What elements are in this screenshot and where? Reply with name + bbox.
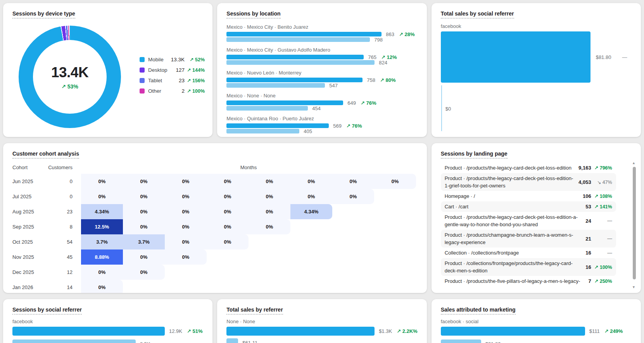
cohort-customers-value: 8 <box>40 219 73 234</box>
current-period-bar <box>441 31 590 83</box>
bar-chart: None · None$1.3K↗ 2.2K%$61.11 <box>226 319 417 343</box>
cohort-cell: 0% <box>165 189 207 204</box>
legend-value: 23 <box>179 78 185 83</box>
landing-page-value: 24 <box>585 218 591 224</box>
scroll-down-icon[interactable]: ▼ <box>632 285 635 289</box>
landing-page-label: Product · /products/the-legacy-card-deck… <box>445 213 586 228</box>
landing-page-row: Product · /products/the-legacy-card-deck… <box>441 173 616 191</box>
previous-period-bar <box>226 60 375 65</box>
card-total-sales-social-referrer: Total sales by social referrer facebook … <box>432 3 641 137</box>
legend-item: Mobile13.3K↗ 52% <box>140 54 205 65</box>
cohort-cells: 0%0% <box>81 265 165 280</box>
cohort-cell: 0% <box>207 219 249 234</box>
location-row: Mexico · Nuevo León · Monterrey758↗ 80%5… <box>226 70 417 88</box>
previous-bar-row: $31.80 <box>441 340 632 343</box>
cohort-cell: 0% <box>123 265 165 280</box>
previous-bar-value: 454 <box>312 106 321 111</box>
cohort-cell: 0% <box>332 189 374 204</box>
landing-page-label: Product · /products/champagne-brunch-lea… <box>445 231 586 246</box>
card-title-cohort[interactable]: Customer cohort analysis <box>12 151 79 159</box>
donut-total-change: ↗ 53% <box>61 83 78 90</box>
card-sessions-by-landing-page: Sessions by landing page Product · /prod… <box>432 143 641 293</box>
landing-page-label: Product · /products/the-legacy-card-deck… <box>445 164 578 172</box>
bar-value: 765 <box>368 54 376 60</box>
bar-change: ↗ 2.2K% <box>397 328 418 334</box>
landing-page-value: 53 <box>585 204 591 210</box>
card-title-social-sessions[interactable]: Sessions by social referrer <box>12 307 82 315</box>
card-title-referrer-sales[interactable]: Total sales by referrer <box>226 307 283 315</box>
legend-value: 13.3K <box>171 57 185 62</box>
cohort-table-header: Cohort Customers Months <box>12 165 418 170</box>
card-title-landing-page[interactable]: Sessions by landing page <box>441 151 508 159</box>
previous-period-bar <box>226 338 238 343</box>
cohort-customers-value: 12 <box>40 265 73 280</box>
landing-page-label: Homepage · / <box>445 192 583 200</box>
cohort-row: Nov 2025458.88%0%0% <box>12 249 418 265</box>
landing-page-change: ↗ 108% <box>591 193 612 199</box>
cohort-cells: 0%0%0%0%0%0%0%0% <box>81 174 416 189</box>
bar-chart: facebook · social$111↗ 249%$31.80 <box>441 319 632 343</box>
landing-page-change: ↗ 796% <box>591 165 612 171</box>
cohort-customers-value: 0 <box>40 174 73 189</box>
landing-page-row: Collection · /collections/frontpage16— <box>441 248 616 258</box>
bar-value: $81.80 <box>596 54 611 60</box>
landing-page-row: Product · /products/the-five-pillars-of-… <box>441 276 616 286</box>
landing-page-label: Product · /collections/frontpage/product… <box>445 260 586 274</box>
cohort-row: Oct 2025543.7%3.7%0%0% <box>12 234 418 249</box>
cohort-label: Sep 2025 <box>12 219 40 234</box>
landing-page-row: Product · /products/the-legacy-card-deck… <box>441 163 616 173</box>
cohort-cell: 0% <box>290 174 332 189</box>
cohort-table-body: Jun 202500%0%0%0%0%0%0%0%Jul 202500%0%0%… <box>12 174 418 293</box>
current-period-bar <box>226 78 363 82</box>
legend-swatch-icon <box>140 78 145 83</box>
landing-page-scrollbar: ▲ ▼ <box>632 161 637 290</box>
previous-bar-line: 824 <box>226 60 417 65</box>
previous-bar-value: 405 <box>304 128 312 134</box>
legend-change: ↗ 100% <box>185 88 205 94</box>
cohort-cell: 8.88% <box>81 249 123 265</box>
cohort-row: Jun 202500%0%0%0%0%0%0%0% <box>12 174 418 189</box>
cohort-cell: 0% <box>249 204 290 219</box>
landing-page-change: — <box>591 236 612 241</box>
cohort-cell: 0% <box>123 219 165 234</box>
landing-page-label: Product · /products/the-five-pillars-of-… <box>445 277 589 285</box>
landing-page-change: ↘ 47% <box>591 179 612 185</box>
card-title-marketing[interactable]: Sales attributed to marketing <box>441 307 516 315</box>
cohort-label: Jun 2025 <box>12 174 40 189</box>
previous-bar-line: 405 <box>226 129 417 133</box>
legend-change: ↗ 156% <box>185 78 205 83</box>
previous-period-bar <box>226 106 308 111</box>
previous-bar-value: 798 <box>374 37 383 43</box>
card-title-device-type[interactable]: Sessions by device type <box>12 10 75 19</box>
current-bar-row: $1.3K↗ 2.2K% <box>226 327 417 336</box>
previous-bar-value: $61.11 <box>242 340 257 343</box>
cohort-cell: 0% <box>81 280 123 293</box>
cohort-row: Sep 2025812.5%0%0%0%0% <box>12 219 418 234</box>
legend-swatch-icon <box>140 68 145 73</box>
cohort-cell: 0% <box>123 189 165 204</box>
scroll-up-icon[interactable]: ▲ <box>632 161 635 165</box>
previous-bar-value: 824 <box>379 60 387 66</box>
legend-label: Mobile <box>148 57 171 62</box>
landing-page-list: Product · /products/the-legacy-card-deck… <box>441 163 616 293</box>
previous-bar-line: 547 <box>226 83 417 88</box>
cohort-label: Jul 2025 <box>12 189 40 204</box>
cohort-cell: 0% <box>165 204 207 219</box>
card-title-social-sales[interactable]: Total sales by social referrer <box>441 10 514 19</box>
legend-item: Desktop127↗ 144% <box>140 65 205 75</box>
scrollbar-thumb[interactable] <box>633 167 636 279</box>
bar-value: $1.3K <box>379 328 392 334</box>
current-period-bar <box>226 123 329 128</box>
cohort-cells: 0%0%0%0%0%0%0% <box>81 189 374 204</box>
donut-total-value: 13.4K <box>51 64 88 81</box>
donut-center: 13.4K ↗ 53% <box>33 40 107 114</box>
location-label: Mexico · None · None <box>226 93 417 99</box>
current-bar-line: 758↗ 80% <box>226 78 417 82</box>
landing-page-change: ↗ 100% <box>591 264 612 270</box>
card-title-location[interactable]: Sessions by location <box>226 10 280 19</box>
cohort-cells: 0% <box>81 280 123 293</box>
current-bar-line: 649↗ 76% <box>226 100 417 105</box>
legend-change: ↗ 52% <box>185 57 205 62</box>
current-period-bar <box>226 32 382 36</box>
cohort-cell: 0% <box>123 249 165 265</box>
